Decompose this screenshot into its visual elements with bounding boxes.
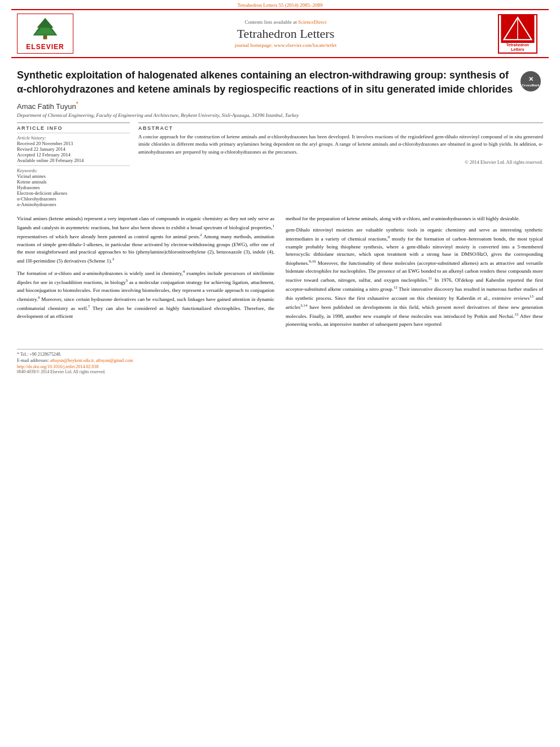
tetlet-logo-text: TetrahedronLetters [506,43,529,53]
email-address[interactable]: aftuyun@beykent.edu.tr, aftuyun@gmail.co… [50,358,133,363]
keyword-6: α-Aminohydrazones [17,202,130,207]
keyword-3: Hydrazones [17,185,130,190]
keyword-5: α-Chlorohydrazones [17,196,130,202]
homepage-label: journal homepage: [235,42,273,48]
tetlet-logo-svg [501,15,535,43]
available-date: Available online 20 February 2014 [17,158,130,163]
body-section: Vicinal amines (ketene aminals) represen… [17,215,543,332]
doi-text: Tetrahedron Letters 55 (2014) 2085–2089 [238,2,323,8]
revised-date: Revised 22 January 2014 [17,146,130,152]
history-label: Article history: [17,135,130,141]
journal-homepage: journal homepage: www.elsevier.com/locat… [79,42,492,48]
elsevier-logo-area: ELSEVIER [17,14,73,54]
author-name: Amac Fatih Tuyun [17,103,76,111]
keywords-label: Keywords: [17,168,130,173]
body-para-1: Vicinal amines (ketene aminals) represen… [17,215,274,266]
body-two-col: Vicinal amines (ketene aminals) represen… [17,215,543,332]
authors-line: Amac Fatih Tuyun* [17,101,543,111]
elsevier-label: ELSEVIER [26,43,64,51]
email-label: E-mail addresses: [17,358,49,363]
info-abstract-row: ARTICLE INFO Article history: Received 2… [17,123,543,207]
body-para-3: method for the preparation of ketene ami… [286,215,543,223]
svg-rect-0 [43,36,47,40]
received-date: Received 20 November 2013 [17,141,130,146]
footer-email-line: E-mail addresses: aftuyun@beykent.edu.tr… [17,358,543,363]
affiliation: Department of Chemical Engineering, Facu… [17,112,543,118]
homepage-url[interactable]: www.elsevier.com/locate/tetlet [274,42,336,48]
author-star: * [76,101,78,107]
article-title-section: Synthetic exploitation of halogenated al… [17,68,543,97]
abstract-text: A concise approach for the construction … [138,133,543,156]
article-info-box: ARTICLE INFO Article history: Received 2… [17,123,130,207]
footnote-star-text: * Tel.: +90 2128675248. [17,352,62,357]
body-para-2: The formation of α-chloro and α-aminohyd… [17,269,274,321]
article-info-col: ARTICLE INFO Article history: Received 2… [17,123,130,207]
article-info-label: ARTICLE INFO [17,125,130,131]
article-title: Synthetic exploitation of halogenated al… [17,68,515,97]
footer-footnote-star: * Tel.: +90 2128675248. [17,352,543,357]
footer-doi[interactable]: http://dx.doi.org/10.1016/j.tetlet.2014.… [17,364,543,369]
accepted-date: Accepted 12 February 2014 [17,152,130,158]
journal-header: ELSEVIER Contents lists available at Sci… [11,9,549,58]
abstract-label: ABSTRACT [138,125,543,131]
body-para-4: gem-Dihalo nitrovinyl moieties are valua… [286,226,543,329]
doi-bar: Tetrahedron Letters 55 (2014) 2085–2089 [0,0,560,9]
page-footer: * Tel.: +90 2128675248. E-mail addresses… [17,349,543,374]
abstract-col: ABSTRACT A concise approach for the cons… [138,123,543,207]
body-right-col: method for the preparation of ketene ami… [286,215,543,332]
keywords-block: Keywords: Vicinal amines Ketene aminals … [17,165,130,207]
history-block: Article history: Received 20 November 20… [17,133,130,163]
crossmark-icon: ✕ CrossMark [520,71,541,91]
tetlet-logo-box: TetrahedronLetters [498,14,537,54]
copyright-line: © 2014 Elsevier Ltd. All rights reserved… [138,159,543,165]
keyword-4: Electron-deficient alkenes [17,190,130,196]
tetlet-logo-area: TetrahedronLetters [498,14,543,54]
elsevier-tree-icon [28,16,62,42]
main-content: Synthetic exploitation of halogenated al… [0,58,560,343]
elsevier-logo-img: ELSEVIER [21,16,69,51]
contents-text: Contents lists available at [245,19,297,25]
sciencedirect-link[interactable]: ScienceDirect [298,19,326,25]
keyword-1: Vicinal amines [17,173,130,179]
journal-title: Tetrahedron Letters [79,27,492,41]
body-left-col: Vicinal amines (ketene aminals) represen… [17,215,274,332]
footer-copyright: 0040-4039/© 2014 Elsevier Ltd. All right… [17,369,543,374]
crossmark-badge: ✕ CrossMark [520,71,543,91]
abstract-section: ABSTRACT A concise approach for the cons… [138,123,543,165]
contents-line: Contents lists available at ScienceDirec… [79,19,492,25]
keyword-2: Ketene aminals [17,179,130,185]
elsevier-logo-box: ELSEVIER [17,14,73,54]
journal-center-info: Contents lists available at ScienceDirec… [79,19,492,48]
svg-marker-3 [37,18,53,28]
